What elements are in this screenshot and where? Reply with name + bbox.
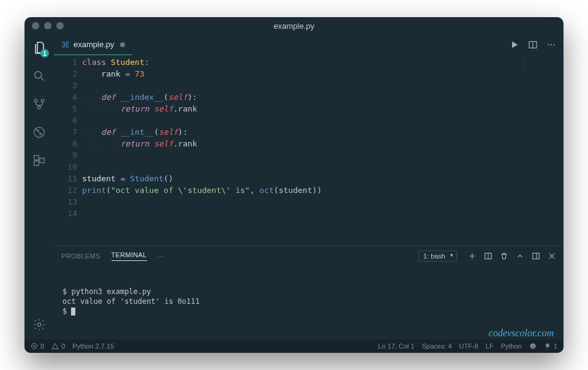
python-file-icon: ⌘ <box>61 40 70 50</box>
terminal-output[interactable]: $ python3 example.pyoct value of 'studen… <box>54 266 564 339</box>
bottom-panel: PROBLEMS TERMINAL ··· 1: bash $ <box>54 246 564 339</box>
status-bar: 0 0 Python 2.7.15 Ln 17, Col 1 Spaces: 4… <box>24 339 564 353</box>
svg-point-8 <box>37 323 41 327</box>
status-cursor-position[interactable]: Ln 17, Col 1 <box>378 342 414 350</box>
svg-rect-5 <box>34 156 39 160</box>
code-editor[interactable]: 1234567891011121314 class Student:····ra… <box>54 55 564 246</box>
terminal-selector[interactable]: 1: bash <box>419 251 457 262</box>
status-warnings[interactable]: 0 <box>51 342 65 350</box>
svg-rect-7 <box>40 158 44 162</box>
minimize-dot[interactable] <box>44 22 51 29</box>
source-control-icon[interactable] <box>31 96 48 113</box>
more-actions-icon[interactable] <box>546 40 556 50</box>
status-feedback-icon[interactable] <box>529 342 537 350</box>
status-indentation[interactable]: Spaces: 4 <box>422 342 452 350</box>
split-editor-icon[interactable] <box>528 40 538 50</box>
tab-label: example.py <box>74 40 114 49</box>
svg-point-1 <box>34 99 37 102</box>
svg-point-10 <box>548 44 549 45</box>
tab-example-py[interactable]: ⌘ example.py <box>54 34 132 55</box>
status-encoding[interactable]: UTF-8 <box>459 342 478 350</box>
split-terminal-icon[interactable] <box>484 252 492 260</box>
maximize-panel-icon[interactable] <box>532 252 540 260</box>
titlebar: example.py <box>24 17 564 34</box>
svg-rect-14 <box>533 253 540 259</box>
explorer-icon[interactable]: 1 <box>31 39 48 56</box>
svg-point-0 <box>35 72 42 78</box>
svg-point-3 <box>38 106 41 109</box>
dirty-indicator-icon <box>120 42 125 47</box>
extensions-icon[interactable] <box>31 152 48 169</box>
maximize-dot[interactable] <box>56 22 64 29</box>
run-icon[interactable] <box>510 40 519 50</box>
svg-point-18 <box>533 345 534 345</box>
search-icon[interactable] <box>31 67 48 85</box>
code-content[interactable]: class Student:····rank = 73 ····def __in… <box>82 55 564 246</box>
window-title: example.py <box>24 21 564 31</box>
status-errors[interactable]: 0 <box>31 342 44 350</box>
svg-rect-6 <box>34 161 39 165</box>
debug-icon[interactable] <box>31 124 48 141</box>
close-dot[interactable] <box>32 22 39 29</box>
close-panel-icon[interactable] <box>548 252 556 260</box>
tab-bar: ⌘ example.py <box>54 34 564 55</box>
activity-bar: 1 <box>24 34 54 339</box>
status-python-version[interactable]: Python 2.7.15 <box>72 342 114 350</box>
status-language[interactable]: Python <box>501 342 522 350</box>
tab-terminal[interactable]: TERMINAL <box>111 251 147 261</box>
settings-gear-icon[interactable] <box>31 316 48 333</box>
line-numbers: 1234567891011121314 <box>54 55 82 246</box>
status-eol[interactable]: LF <box>486 342 494 350</box>
status-notifications[interactable]: 1 <box>544 342 557 350</box>
svg-point-12 <box>554 44 555 45</box>
new-terminal-icon[interactable] <box>468 252 477 260</box>
window-controls[interactable] <box>32 22 64 29</box>
explorer-badge: 1 <box>40 49 49 58</box>
tab-problems[interactable]: PROBLEMS <box>61 252 100 260</box>
minimap[interactable]: ▬▬▬▬▬▬▬▬▬▬▬▬▬▬▬▬▬▬▬▬▬▬▬▬ <box>523 58 560 82</box>
svg-point-17 <box>532 345 532 345</box>
kill-terminal-icon[interactable] <box>500 252 508 260</box>
svg-point-16 <box>530 344 535 349</box>
chevron-up-icon[interactable] <box>516 252 524 260</box>
svg-point-2 <box>41 99 44 102</box>
panel-more-icon[interactable]: ··· <box>158 252 164 260</box>
svg-point-11 <box>551 44 552 45</box>
watermark: codevscolor.com <box>489 328 554 338</box>
